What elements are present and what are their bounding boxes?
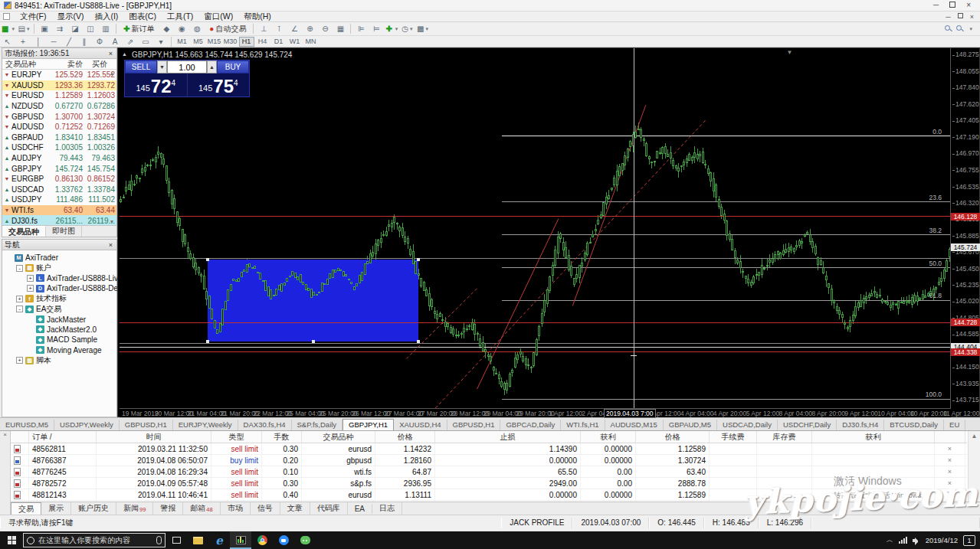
timeframe-button-H4[interactable]: H4 — [255, 37, 270, 47]
terminal-column-header[interactable]: 手续费 — [710, 431, 757, 443]
market-watch-row[interactable]: ▲USDJPY111.486111.502 — [2, 194, 116, 205]
horizontal-line-icon[interactable]: ─ — [47, 36, 61, 47]
trendline-icon[interactable]: ╱ — [62, 36, 76, 47]
arrows-icon[interactable]: ⇗ — [123, 36, 137, 47]
order-row[interactable]: 487762452019.04.08 16:29:34sell limit0.1… — [11, 466, 967, 478]
terminal-column-header[interactable]: 获利 — [812, 431, 935, 443]
chrome-icon[interactable] — [251, 531, 273, 549]
chart-tab[interactable]: DAX30.fs,H4 — [238, 420, 292, 430]
navigator-item[interactable]: -▤账户 — [5, 263, 116, 273]
bar-chart-icon[interactable]: ⊥ — [257, 23, 270, 34]
tile-windows-icon[interactable]: ▦ — [333, 23, 347, 34]
volume-icon[interactable] — [913, 537, 920, 544]
terminal-column-header[interactable] — [935, 431, 965, 443]
tree-expander-icon[interactable]: - — [16, 265, 23, 272]
market-watch-tab-即时图[interactable]: 即时图 — [46, 226, 82, 237]
chart-tab[interactable]: WTI.fs,H1 — [561, 420, 605, 430]
microphone-icon[interactable] — [156, 536, 162, 544]
navigator-item[interactable]: +▨脚本 — [5, 355, 116, 365]
close-button[interactable]: × — [966, 2, 971, 9]
templates-icon[interactable]: ▩▾ — [415, 23, 429, 34]
chart-shift-icon[interactable]: ▣ — [38, 23, 51, 34]
market-watch-row[interactable]: ▲USDCHF1.003051.00326 — [2, 142, 116, 153]
market-watch-row[interactable]: ▼AUDUSD0.712520.71269 — [2, 122, 116, 132]
terminal-tab-邮箱[interactable]: 邮箱48 — [183, 502, 220, 515]
volume-increase-button[interactable]: ▲ — [207, 60, 217, 74]
history-center-icon[interactable]: ◆ — [159, 23, 173, 34]
terminal-column-header[interactable]: 手数 — [262, 431, 302, 443]
terminal-column-header[interactable]: 止损 — [435, 431, 581, 443]
terminal-tab-市场[interactable]: 市场 — [221, 502, 251, 515]
menu-item-T[interactable]: 工具(T) — [162, 11, 198, 23]
chart-tab[interactable]: USDCAD,Daily — [717, 420, 778, 430]
market-watch-column-买价[interactable]: 买价 — [83, 59, 116, 70]
terminal-column-header[interactable]: 类型 — [211, 431, 262, 443]
search-dropdown-icon[interactable] — [956, 25, 963, 32]
chart-plot-area[interactable]: ▲ GBPJPY,H1 145.663 145.744 145.629 145.… — [120, 48, 951, 408]
market-watch-row[interactable]: ▼EURJPY125.529125.552 — [2, 70, 116, 80]
start-button[interactable] — [0, 531, 23, 549]
sell-button[interactable]: SELL — [125, 60, 157, 74]
terminal-column-header[interactable]: 获利 — [581, 431, 636, 443]
zoom-out-icon[interactable]: ⊖ — [318, 23, 332, 34]
task-view-icon[interactable] — [166, 531, 187, 549]
chart-tab[interactable]: AUDUSD,M15 — [605, 420, 664, 430]
timeframe-button-M15[interactable]: M15 — [207, 37, 222, 47]
price-axis[interactable]: 148.275148.055147.840147.620147.405147.1… — [950, 48, 979, 408]
chart-tab[interactable]: GBPUSD,H1 — [120, 420, 173, 430]
market-watch-scrollbar[interactable]: ▲▼ — [108, 70, 116, 224]
zoom-in-icon[interactable]: ⊕ — [303, 23, 316, 34]
chart-tab[interactable]: USDCHF,Daily — [778, 420, 837, 430]
chart-tab[interactable]: GBPUSD,H1 — [447, 420, 501, 430]
vertical-line-icon[interactable]: │ — [31, 36, 45, 47]
market-watch-header[interactable]: 市场报价: 19:36:51 × — [2, 48, 116, 59]
tree-expander-icon[interactable]: + — [27, 285, 34, 292]
market-watch-row[interactable]: ▼GBPUSD1.307001.30724 — [2, 111, 116, 122]
cursor-icon[interactable]: ↖ — [1, 36, 15, 47]
market-watch-row[interactable]: ▼WTI.fs63.4063.44 — [2, 205, 116, 216]
arrange-icon[interactable]: ⊫ — [354, 23, 368, 34]
new-chart-icon[interactable]: ▦▾ — [1, 23, 15, 34]
navigator-item[interactable]: ◆JackMaster — [5, 314, 116, 324]
timeframe-button-D1[interactable]: D1 — [271, 37, 287, 47]
market-watch-column-卖价[interactable]: 卖价 — [48, 59, 83, 70]
navigator-item[interactable]: MAxiTrader — [5, 253, 116, 263]
windows-icon[interactable]: ◫ — [84, 23, 97, 34]
terminal-dock-strip[interactable]: × — [0, 431, 11, 515]
market-watch-row[interactable]: ▼EURUSD1.125891.12603 — [2, 90, 116, 101]
restore-button[interactable] — [949, 2, 955, 8]
terminal-tab-账户历史[interactable]: 账户历史 — [71, 502, 116, 515]
mt4-taskbar-icon[interactable] — [230, 531, 251, 549]
terminal-column-header[interactable]: 价格 — [636, 431, 710, 443]
chart-tab[interactable]: XAUUSD,H4 — [394, 420, 447, 430]
edge-browser-icon[interactable]: e — [208, 531, 230, 549]
market-watch-row[interactable]: ▼XAUUSD1293.361293.72 — [2, 80, 116, 91]
terminal-tab-日志[interactable]: 日志 — [372, 502, 402, 515]
chart-tab[interactable]: BTCUSD,Daily — [884, 420, 944, 430]
tree-expander-icon[interactable]: + — [27, 275, 34, 282]
chart-window[interactable]: ▲ GBPJPY,H1 145.663 145.744 145.629 145.… — [117, 47, 980, 417]
volume-decrease-button[interactable]: ▼ — [157, 60, 167, 74]
order-row[interactable]: 487663872019.04.08 06:50:07buy limit0.20… — [11, 455, 967, 466]
terminal-column-header[interactable]: 订单 / — [29, 431, 97, 443]
navigator-item[interactable]: +DAxiTrader-US888-Demo — [5, 283, 116, 293]
objects-icon[interactable]: ◪ — [68, 23, 82, 34]
navigator-item[interactable]: ◆MACD Sample — [5, 335, 116, 345]
menu-item-F[interactable]: 文件(F) — [15, 11, 51, 23]
menu-item-V[interactable]: 显示(V) — [51, 11, 89, 23]
terminal-column-header[interactable]: 交易品种 — [302, 431, 375, 443]
autotrade-button[interactable]: ●自动交易 — [205, 23, 250, 34]
crosshair-icon[interactable]: + — [16, 36, 30, 47]
child-close-button[interactable]: × — [970, 13, 974, 21]
timeframe-button-M5[interactable]: M5 — [191, 37, 206, 47]
taskbar-date[interactable]: 2019/4/12 — [926, 537, 958, 544]
sell-price-display[interactable]: 145 72 4 — [125, 74, 188, 96]
terminal-tab-信号[interactable]: 信号 — [251, 502, 280, 515]
navigator-item[interactable]: +LAxiTrader-US888-Live — [5, 273, 116, 283]
market-watch-row[interactable]: ▲GBPAUD1.834101.83451 — [2, 132, 116, 143]
fibonacci-icon[interactable]: Φ — [93, 36, 107, 47]
trade-panel-collapse-icon[interactable]: ▲ — [122, 51, 127, 57]
terminal-column-header[interactable] — [11, 431, 29, 443]
chart-tab[interactable]: GBPJPY,H1 — [343, 419, 394, 430]
auto-scroll-icon[interactable]: ⇉ — [53, 23, 67, 34]
